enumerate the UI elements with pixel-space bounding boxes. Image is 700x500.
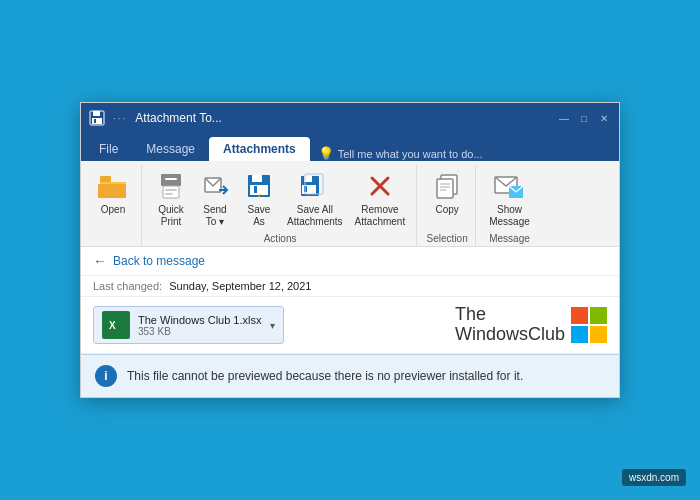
ribbon: Open QuickPrint xyxy=(81,161,619,247)
svg-rect-9 xyxy=(165,178,177,180)
title-bar-dots: ··· xyxy=(113,113,127,124)
back-bar[interactable]: ← Back to message xyxy=(81,247,619,276)
remove-attachment-label: RemoveAttachment xyxy=(355,204,406,228)
svg-rect-8 xyxy=(163,186,179,198)
svg-rect-11 xyxy=(165,193,173,195)
svg-rect-35 xyxy=(571,307,588,324)
tab-message[interactable]: Message xyxy=(132,137,209,161)
remove-attachment-icon xyxy=(364,170,396,202)
copy-label: Copy xyxy=(436,204,459,216)
maximize-button[interactable]: □ xyxy=(577,111,591,125)
attachment-selector: X The Windows Club 1.xlsx 353 KB ▾ The W… xyxy=(81,297,619,354)
svg-rect-27 xyxy=(437,179,453,198)
ribbon-group-message: ShowMessage Message xyxy=(478,165,541,246)
tab-file[interactable]: File xyxy=(85,137,132,161)
windows-flag-icon xyxy=(571,307,607,343)
quick-print-label: QuickPrint xyxy=(158,204,184,228)
save-all-label: Save AllAttachments xyxy=(287,204,343,228)
windows-club-logo: The WindowsClub xyxy=(455,305,607,345)
ribbon-group-actions: QuickPrint SendTo ▾ xyxy=(144,165,417,246)
xlsx-icon: X xyxy=(102,311,130,339)
svg-rect-1 xyxy=(93,111,100,116)
wsxdn-badge: wsxdn.com xyxy=(622,469,686,486)
info-icon: i xyxy=(95,365,117,387)
last-changed-value: Sunday, September 12, 2021 xyxy=(169,280,311,292)
title-bar-controls: — □ ✕ xyxy=(557,111,611,125)
svg-rect-15 xyxy=(252,175,262,182)
show-message-button[interactable]: ShowMessage xyxy=(484,167,535,231)
ribbon-group-open: Open xyxy=(85,165,142,246)
svg-rect-2 xyxy=(92,118,102,124)
actions-group-label: Actions xyxy=(264,231,297,244)
attachment-chevron-icon: ▾ xyxy=(270,320,275,331)
attachment-info: The Windows Club 1.xlsx 353 KB xyxy=(138,314,262,337)
open-button[interactable]: Open xyxy=(91,167,135,219)
outlook-window: ··· Attachment To... — □ ✕ File Message … xyxy=(80,102,620,398)
meta-bar: Last changed: Sunday, September 12, 2021 xyxy=(81,276,619,297)
save-as-label: SaveAs xyxy=(248,204,271,228)
send-to-button[interactable]: SendTo ▾ xyxy=(194,167,236,231)
save-as-icon: ✓ xyxy=(243,170,275,202)
quick-print-icon xyxy=(155,170,187,202)
copy-icon xyxy=(431,170,463,202)
open-buttons: Open xyxy=(91,167,135,219)
save-all-icon xyxy=(299,170,331,202)
tell-me-box[interactable]: 💡 Tell me what you want to do... xyxy=(318,146,483,161)
show-message-icon xyxy=(493,170,525,202)
svg-rect-37 xyxy=(571,326,588,343)
tab-attachments[interactable]: Attachments xyxy=(209,137,310,161)
svg-rect-6 xyxy=(98,184,126,198)
tab-bar: File Message Attachments 💡 Tell me what … xyxy=(81,133,619,161)
save-as-button[interactable]: ✓ SaveAs xyxy=(238,167,280,231)
logo-line2: WindowsClub xyxy=(455,325,565,345)
save-title-icon xyxy=(89,110,105,126)
title-bar-title: Attachment To... xyxy=(135,111,557,125)
open-label: Open xyxy=(101,204,125,216)
selection-group-label: Selection xyxy=(427,231,468,244)
minimize-button[interactable]: — xyxy=(557,111,571,125)
svg-rect-36 xyxy=(590,307,607,324)
send-to-icon xyxy=(199,170,231,202)
attachment-filename: The Windows Club 1.xlsx xyxy=(138,314,262,326)
selection-buttons: Copy xyxy=(425,167,469,219)
save-all-button[interactable]: Save AllAttachments xyxy=(282,167,348,231)
message-buttons: ShowMessage xyxy=(484,167,535,231)
windows-club-text: The WindowsClub xyxy=(455,305,565,345)
title-bar: ··· Attachment To... — □ ✕ xyxy=(81,103,619,133)
back-arrow-icon: ← xyxy=(93,253,107,269)
message-group-label: Message xyxy=(489,231,530,244)
show-message-label: ShowMessage xyxy=(489,204,530,228)
ribbon-group-selection: Copy Selection xyxy=(419,165,476,246)
svg-rect-3 xyxy=(94,119,96,123)
back-label: Back to message xyxy=(113,254,205,268)
close-button[interactable]: ✕ xyxy=(597,111,611,125)
info-message: This file cannot be previewed because th… xyxy=(127,369,523,383)
svg-rect-17 xyxy=(254,186,257,193)
logo-line1: The xyxy=(455,305,565,325)
attachment-filesize: 353 KB xyxy=(138,326,262,337)
svg-rect-38 xyxy=(590,326,607,343)
open-icon xyxy=(97,170,129,202)
svg-text:✓: ✓ xyxy=(257,193,262,199)
last-changed-label: Last changed: xyxy=(93,280,162,292)
remove-attachment-button[interactable]: RemoveAttachment xyxy=(350,167,411,231)
attachment-item[interactable]: X The Windows Club 1.xlsx 353 KB ▾ xyxy=(93,306,284,344)
lightbulb-icon: 💡 xyxy=(318,146,334,161)
quick-print-button[interactable]: QuickPrint xyxy=(150,167,192,231)
send-to-label: SendTo ▾ xyxy=(203,204,226,228)
tell-me-text: Tell me what you want to do... xyxy=(338,148,483,160)
svg-rect-10 xyxy=(165,189,177,191)
copy-button[interactable]: Copy xyxy=(425,167,469,219)
svg-text:X: X xyxy=(109,320,116,331)
info-bar: i This file cannot be previewed because … xyxy=(81,354,619,397)
actions-buttons: QuickPrint SendTo ▾ xyxy=(150,167,410,231)
